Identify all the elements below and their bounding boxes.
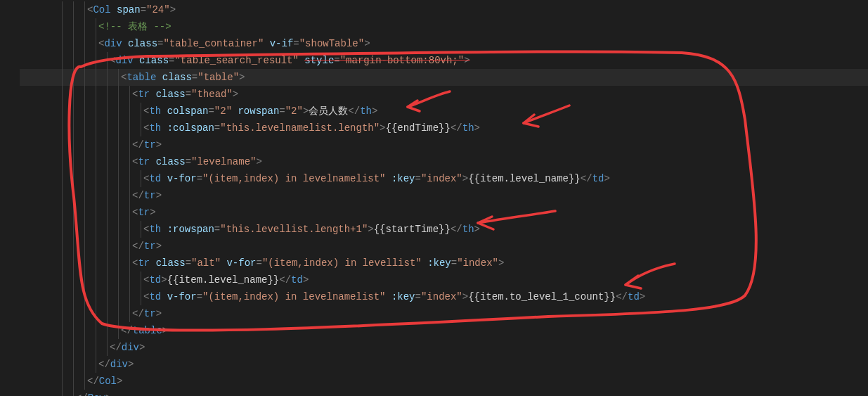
code-line[interactable]: <th :colspan="this.levelnamelist.length"… <box>20 120 868 136</box>
code-line[interactable]: <td v-for="(item,index) in levelnamelist… <box>20 288 868 305</box>
code-line[interactable]: </Row> <box>20 390 868 396</box>
code-line[interactable]: </table> <box>20 322 868 339</box>
code-line[interactable]: <div class="table_container" v-if="showT… <box>20 35 868 52</box>
code-line[interactable]: <table class="table"> <box>20 69 868 86</box>
code-line[interactable]: </tr> <box>20 305 868 322</box>
code-line[interactable]: <Col span="24"> <box>20 1 868 18</box>
code-line[interactable]: <div class="table_search_result" style="… <box>20 52 868 69</box>
code-line[interactable]: </Col> <box>20 373 868 390</box>
code-line[interactable]: <td v-for="(item,index) in levelnamelist… <box>20 170 868 187</box>
code-line[interactable]: <th :rowspan="this.levellist.length+1">{… <box>20 221 868 238</box>
code-line[interactable]: <tr class="levelname"> <box>20 153 868 170</box>
code-line[interactable]: </tr> <box>20 238 868 255</box>
code-line[interactable]: </tr> <box>20 187 868 204</box>
code-line[interactable]: </div> <box>20 356 868 373</box>
code-line[interactable]: <!-- 表格 --> <box>20 18 868 35</box>
code-line[interactable]: <th colspan="2" rowspan="2">会员人数</th> <box>20 103 868 120</box>
code-line[interactable]: <tr class="thead"> <box>20 86 868 103</box>
code-line[interactable]: </div> <box>20 339 868 356</box>
code-line[interactable]: <tr> <box>20 204 868 221</box>
code-editor[interactable]: <Col span="24"> <!-- 表格 --> <div class="… <box>0 0 868 396</box>
code-line[interactable]: <tr class="alt" v-for="(item,index) in l… <box>20 255 868 272</box>
code-line[interactable]: </tr> <box>20 136 868 153</box>
code-line[interactable]: <td>{{item.level_name}}</td> <box>20 272 868 288</box>
